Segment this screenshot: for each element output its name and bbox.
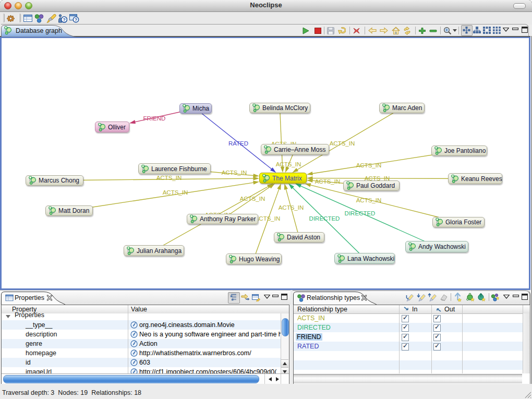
svg-text:?: ? (63, 17, 66, 22)
svg-text:?: ? (75, 17, 78, 22)
